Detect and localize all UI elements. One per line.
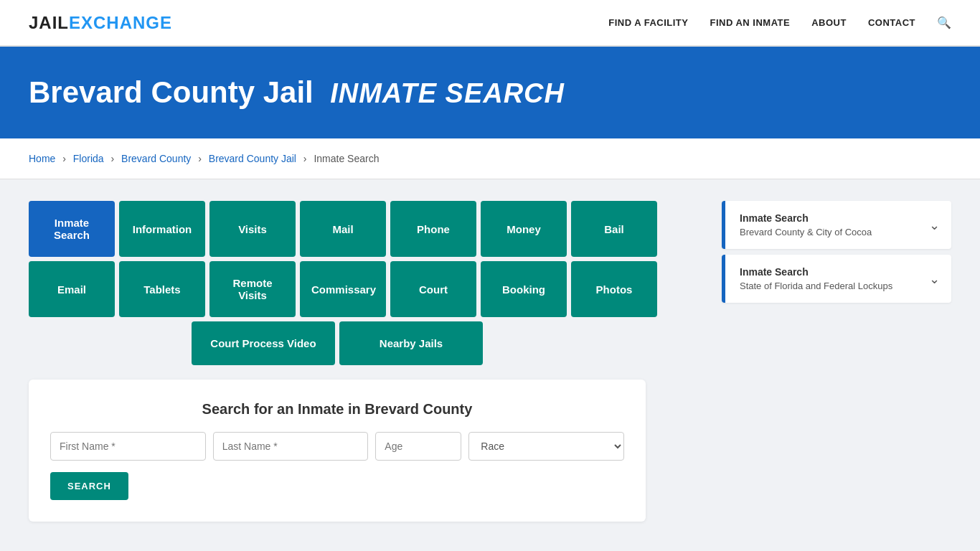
race-select[interactable]: Race White Black Hispanic Asian Other bbox=[468, 432, 624, 461]
tab-commissary[interactable]: Commissary bbox=[300, 261, 386, 317]
breadcrumb-current: Inmate Search bbox=[314, 153, 379, 164]
search-button[interactable]: SEARCH bbox=[50, 472, 128, 500]
tab-bail[interactable]: Bail bbox=[571, 201, 657, 257]
breadcrumb-florida[interactable]: Florida bbox=[73, 153, 104, 164]
nav-find-facility[interactable]: FIND A FACILITY bbox=[608, 17, 688, 28]
sidebar-card-0-sub: Brevard County & City of Cocoa bbox=[740, 227, 872, 237]
breadcrumb-home[interactable]: Home bbox=[29, 153, 55, 164]
tab-email[interactable]: Email bbox=[29, 261, 115, 317]
left-section: Inmate Search Information Visits Mail Ph… bbox=[29, 201, 707, 522]
logo[interactable]: JAILEXCHANGE bbox=[29, 13, 172, 33]
hero-banner: Brevard County Jail INMATE SEARCH bbox=[0, 47, 980, 138]
tabs-row-3: Court Process Video Nearby Jails bbox=[29, 321, 646, 365]
search-icon[interactable]: 🔍 bbox=[937, 16, 951, 29]
tab-inmate-search[interactable]: Inmate Search bbox=[29, 201, 115, 257]
tab-court-process-video[interactable]: Court Process Video bbox=[192, 321, 335, 365]
sidebar-card-0[interactable]: Inmate Search Brevard County & City of C… bbox=[722, 201, 951, 249]
logo-exchange: EXCHANGE bbox=[69, 13, 172, 32]
tab-court[interactable]: Court bbox=[390, 261, 476, 317]
tabs-row-2: Email Tablets Remote Visits Commissary C… bbox=[29, 261, 646, 317]
hero-title: Brevard County Jail INMATE SEARCH bbox=[29, 75, 951, 110]
tab-phone[interactable]: Phone bbox=[390, 201, 476, 257]
breadcrumb-county[interactable]: Brevard County bbox=[121, 153, 191, 164]
tab-money[interactable]: Money bbox=[481, 201, 567, 257]
nav-links: FIND A FACILITY FIND AN INMATE ABOUT CON… bbox=[608, 16, 951, 29]
tab-nearby-jails[interactable]: Nearby Jails bbox=[339, 321, 483, 365]
main-content: Inmate Search Information Visits Mail Ph… bbox=[0, 179, 980, 543]
tab-photos[interactable]: Photos bbox=[571, 261, 657, 317]
tab-tablets[interactable]: Tablets bbox=[119, 261, 205, 317]
chevron-down-icon-0: ⌄ bbox=[929, 217, 940, 233]
nav-contact[interactable]: CONTACT bbox=[868, 17, 915, 28]
tab-booking[interactable]: Booking bbox=[481, 261, 567, 317]
first-name-input[interactable] bbox=[50, 432, 206, 461]
tab-remote-visits[interactable]: Remote Visits bbox=[209, 261, 296, 317]
sidebar-card-0-title: Inmate Search bbox=[740, 212, 872, 224]
tab-mail[interactable]: Mail bbox=[300, 201, 386, 257]
search-fields: Race White Black Hispanic Asian Other bbox=[50, 432, 624, 461]
last-name-input[interactable] bbox=[213, 432, 369, 461]
tabs-row-1: Inmate Search Information Visits Mail Ph… bbox=[29, 201, 646, 257]
hero-title-main: Brevard County Jail bbox=[29, 75, 314, 109]
right-sidebar: Inmate Search Brevard County & City of C… bbox=[722, 201, 951, 309]
search-panel: Search for an Inmate in Brevard County R… bbox=[29, 380, 646, 522]
breadcrumb-jail[interactable]: Brevard County Jail bbox=[209, 153, 296, 164]
sidebar-card-1-sub: State of Florida and Federal Lockups bbox=[740, 281, 892, 291]
sidebar-card-1-title: Inmate Search bbox=[740, 266, 892, 278]
hero-title-italic: INMATE SEARCH bbox=[330, 78, 565, 108]
breadcrumb: Home › Florida › Brevard County › Brevar… bbox=[0, 138, 980, 179]
age-input[interactable] bbox=[375, 432, 461, 461]
tab-visits[interactable]: Visits bbox=[209, 201, 296, 257]
tab-information[interactable]: Information bbox=[119, 201, 205, 257]
nav-about[interactable]: ABOUT bbox=[811, 17, 847, 28]
chevron-down-icon-1: ⌄ bbox=[929, 271, 940, 287]
search-panel-title: Search for an Inmate in Brevard County bbox=[50, 401, 624, 418]
navbar: JAILEXCHANGE FIND A FACILITY FIND AN INM… bbox=[0, 0, 980, 47]
nav-find-inmate[interactable]: FIND AN INMATE bbox=[710, 17, 790, 28]
logo-jail: JAIL bbox=[29, 13, 69, 32]
sidebar-card-1[interactable]: Inmate Search State of Florida and Feder… bbox=[722, 255, 951, 303]
